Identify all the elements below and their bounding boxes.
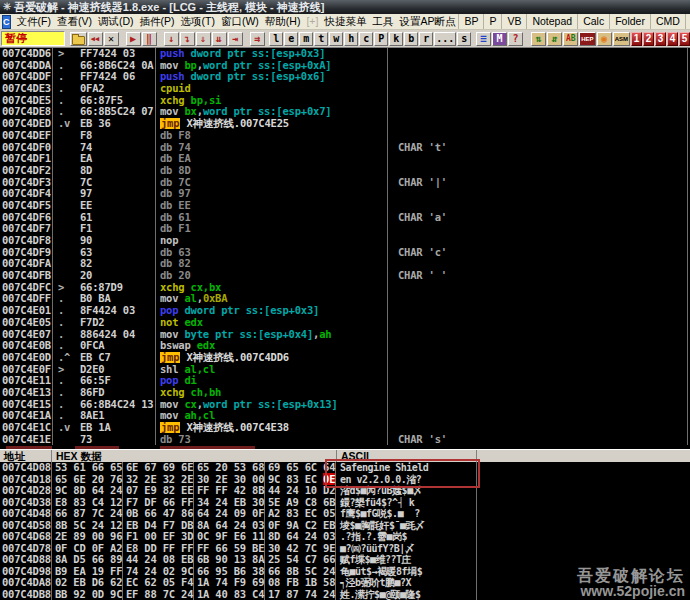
disasm-row[interactable]: 007C4DEFF8db F8 <box>0 130 690 142</box>
restart-icon[interactable]: ◀◀ <box>88 32 103 46</box>
menu-item[interactable]: 插件(P) <box>137 14 178 29</box>
menu-tool-item[interactable]: Notepad <box>526 14 577 29</box>
asm-plugin-icon[interactable]: ASM <box>613 32 630 46</box>
disasm-row[interactable]: 007C4E13.86FDxchg ch,bh <box>0 387 690 399</box>
window-button-dotdotdot[interactable]: ... <box>434 32 456 46</box>
window-button-t[interactable]: t <box>314 32 328 46</box>
dump-address: 007C4D08 <box>0 462 52 474</box>
menu-item[interactable]: 帮助(H) <box>262 14 304 29</box>
step-over-icon[interactable]: ↴ <box>180 32 195 46</box>
ab-compare-icon[interactable]: AB <box>563 32 578 46</box>
dump-bytes-group: 17 87 74 24 <box>265 589 336 600</box>
dump-select-button-3[interactable]: 3 <box>655 32 666 46</box>
disassembly-pane[interactable]: 007C4DD6>FF7424 03push dword ptr ss:[esp… <box>0 48 690 449</box>
menu-item[interactable]: 窗口(W) <box>218 14 262 29</box>
disasm-row[interactable]: 007C4DF963db 63CHAR 'c' <box>0 247 690 259</box>
disasm-comment <box>388 258 688 270</box>
menu-tool-item[interactable]: Exit <box>685 14 690 29</box>
disasm-row[interactable]: 007C4DF497db 97 <box>0 188 690 200</box>
disasm-row[interactable]: 007C4DF37Cdb 7CCHAR '|' <box>0 177 690 189</box>
window-button-e[interactable]: e <box>284 32 298 46</box>
window-button-P[interactable]: P <box>374 32 388 46</box>
window-button-w[interactable]: w <box>329 32 343 46</box>
menu-item[interactable]: 快捷菜单 <box>321 14 369 29</box>
app-icon: ✳ <box>0 0 14 14</box>
disasm-address: 007C4E13 <box>0 387 53 399</box>
disasm-row[interactable]: 007C4DD6>FF7424 03push dword ptr ss:[esp… <box>0 48 690 60</box>
help-icon[interactable]: ? <box>508 32 523 46</box>
window-button-l[interactable]: l <box>269 32 283 46</box>
disasm-row[interactable]: 007C4DF661db 61CHAR 'a' <box>0 212 690 224</box>
menu-item[interactable]: 查看(V) <box>54 14 95 29</box>
menu-extra: 快捷菜单工具设置AP断点 <box>321 14 458 29</box>
dump-select-button-4[interactable]: 4 <box>667 32 678 46</box>
window-button-b[interactable]: b <box>404 32 418 46</box>
dump-select-button-1[interactable]: 1 <box>631 32 642 46</box>
updown-arrows-icon[interactable]: ⇵ <box>547 32 562 46</box>
menu-tool-item[interactable]: CMD <box>650 14 685 29</box>
disasm-row[interactable]: 007C4E0D.^EB C7jmp X神速挤线.007C4DD6 <box>0 352 690 364</box>
step-into-icon[interactable]: ↓ <box>164 32 179 46</box>
menu-item[interactable]: 文件(F) <box>14 14 54 29</box>
window-button-m[interactable]: m <box>299 32 313 46</box>
menu-item[interactable]: 调试(D) <box>95 14 137 29</box>
memory-window-icon[interactable]: M <box>492 32 507 46</box>
disasm-comment: CHAR 't' <box>388 142 688 154</box>
disasm-row[interactable]: 007C4E1C.vEB 1Ajmp X神速挤线.007C4E38 <box>0 422 690 434</box>
disasm-marker <box>53 212 80 224</box>
until-return-icon[interactable]: ⇥ <box>228 32 243 46</box>
pause-icon[interactable]: ‖ <box>142 32 157 46</box>
run-icon[interactable]: ▶ <box>126 32 141 46</box>
watermark-forum-name: 吾爱破解论坛 <box>577 567 685 584</box>
hep-plugin-icon[interactable]: HEP <box>579 32 595 46</box>
window-title: 吾爱破解 - 神速挤线器1.8.exe - [LCG - 主线程, 模块 - 神… <box>14 0 324 14</box>
disasm-row[interactable]: 007C4DFB20db 20CHAR ' ' <box>0 270 690 282</box>
window-button-h[interactable]: h <box>344 32 358 46</box>
dump-select-button-5[interactable]: 5 <box>679 32 690 46</box>
list-window-icon[interactable]: ≡ <box>476 32 491 46</box>
menu-item[interactable]: 工具 <box>369 14 396 29</box>
disasm-row[interactable]: 007C4E1E73db 73CHAR 's' <box>0 434 690 446</box>
swap-arrows-icon[interactable]: ⇅ <box>531 32 546 46</box>
dump-header-hex[interactable]: HEX 数据 <box>52 450 337 462</box>
disasm-instruction: nop <box>156 235 388 247</box>
window-button-k[interactable]: k <box>389 32 403 46</box>
menu-tool-item[interactable]: BP <box>458 14 483 29</box>
disasm-row[interactable]: 007C4DF7F1db F1 <box>0 223 690 235</box>
target-icon[interactable]: ◉ <box>597 32 612 46</box>
disasm-row[interactable]: 007C4E05.F7D2not edx <box>0 317 690 329</box>
animate-into-icon[interactable]: ⇓ <box>196 32 211 46</box>
close-icon[interactable]: ✕ <box>104 32 119 46</box>
disasm-row[interactable]: 007C4DF28Ddb 8D <box>0 165 690 177</box>
menu-item[interactable]: 设置AP断点 <box>396 14 458 29</box>
disasm-row[interactable]: 007C4DE3.0FA2cpuid <box>0 83 690 95</box>
disasm-marker <box>53 223 80 235</box>
menu-tool-item[interactable]: Calc <box>577 14 609 29</box>
open-folder-icon[interactable] <box>70 32 87 46</box>
disasm-marker: .v <box>53 118 80 130</box>
window-button-c[interactable]: c <box>359 32 373 46</box>
disasm-row[interactable]: 007C4DED.vEB 36jmp X神速挤线.007C4E25 <box>0 118 690 130</box>
menu-item[interactable]: 选项(T) <box>178 14 218 29</box>
menu-tool-item[interactable]: Folder <box>609 14 650 29</box>
disasm-marker <box>53 247 80 259</box>
window-button-r[interactable]: r <box>419 32 433 46</box>
disasm-comment <box>388 188 688 200</box>
disasm-comment: CHAR ' ' <box>388 270 688 282</box>
disasm-row[interactable]: 007C4DF5EEdb EE <box>0 200 690 212</box>
disasm-row[interactable]: 007C4DFA82db 82 <box>0 258 690 270</box>
window-button-s[interactable]: s <box>457 32 471 46</box>
run-to-user-icon[interactable]: ⇉ <box>250 32 265 46</box>
dump-header-address[interactable]: 地址 <box>0 450 52 462</box>
disasm-instruction: db EA <box>156 153 388 165</box>
disasm-row[interactable]: 007C4DF1EAdb EA <box>0 153 690 165</box>
menu-tool-item[interactable]: VB <box>501 14 526 29</box>
animate-over-icon[interactable]: ⇊ <box>212 32 227 46</box>
disasm-row[interactable]: 007C4DF074db 74CHAR 't' <box>0 142 690 154</box>
menu-tool-item[interactable]: P <box>483 14 501 29</box>
disasm-marker <box>53 142 80 154</box>
disasm-comment <box>388 106 688 118</box>
cpu-window-icon[interactable]: C <box>2 15 11 29</box>
disasm-row[interactable]: 007C4DF890nop <box>0 235 690 247</box>
dump-select-button-2[interactable]: 2 <box>643 32 654 46</box>
